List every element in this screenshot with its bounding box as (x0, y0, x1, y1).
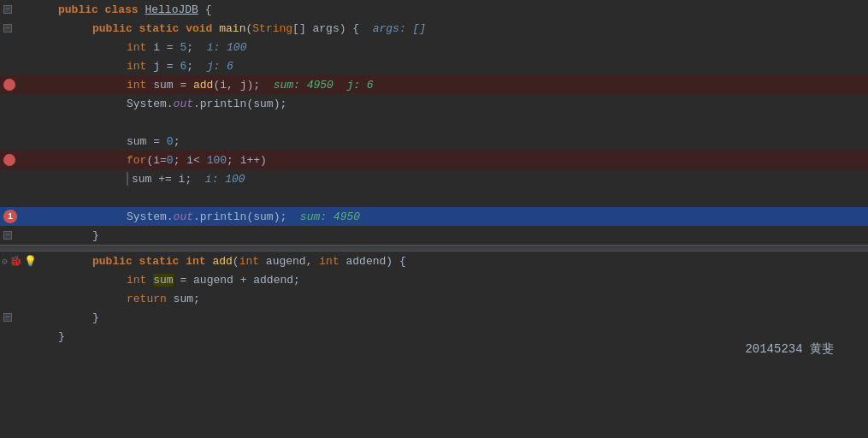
scope-bar (127, 172, 128, 186)
code-editor: − public class HelloJDB { − public stati… (0, 0, 868, 438)
gutter-1: − (0, 0, 51, 19)
code-line-7 (0, 113, 868, 132)
fold-icon-add[interactable]: − (3, 313, 12, 322)
gutter-11 (0, 188, 51, 207)
code-content-8: sum = 0; (51, 132, 868, 151)
gutter-13: − (0, 226, 51, 245)
code-line-method: ⚙ 🐞 💡 public static int add(int augend, … (0, 252, 868, 270)
gutter-6 (0, 94, 51, 113)
code-content-2: public static void main(String[] args) {… (51, 19, 868, 38)
fold-toggle-1[interactable]: − (3, 5, 12, 14)
breakpoint-icon-9[interactable] (3, 154, 15, 166)
gutter-8 (0, 132, 51, 151)
watermark: 20145234 黄斐 (745, 341, 834, 357)
class-name: HelloJDB (145, 3, 198, 16)
gutter-5 (0, 75, 51, 94)
code-content-7 (51, 113, 868, 132)
code-content-9: for(i=0; i< 100; i++) (51, 151, 868, 169)
gutter-10 (0, 169, 51, 188)
code-content-1: public class HelloJDB { (51, 0, 868, 19)
code-line-11 (0, 188, 868, 207)
code-line-sum-method: int sum = augend + addend; (0, 270, 868, 289)
code-line-13: − } (0, 226, 868, 245)
debug-j: j: 6 (207, 60, 233, 73)
code-content-12: System.out.println(sum); sum: 4950 (51, 207, 868, 226)
gutter-12: 1 (0, 207, 51, 226)
fold-icon-13[interactable]: − (3, 231, 12, 240)
code-line-2: − public static void main(String[] args)… (0, 19, 868, 38)
code-line-close-class: } (0, 327, 868, 346)
code-line-1: − public class HelloJDB { (0, 0, 868, 19)
code-line-close-add: − } (0, 308, 868, 327)
breakpoint-icon-5[interactable] (3, 79, 15, 91)
code-line-3: int i = 5; i: 100 (0, 38, 868, 56)
code-content-return: return sum; (51, 289, 868, 308)
code-line-6: System.out.println(sum); (0, 94, 868, 113)
code-line-8: sum = 0; (0, 132, 868, 151)
breakpoint-12[interactable]: 1 (3, 210, 17, 223)
bulb-icon[interactable]: 💡 (24, 255, 37, 268)
code-line-4: int j = 6; j: 6 (0, 56, 868, 75)
gutter-close-add: − (0, 308, 51, 327)
breakpoint-5[interactable] (3, 79, 15, 91)
gutter-close-class (0, 327, 51, 346)
debug-args: args: [] (373, 22, 426, 35)
breakpoint-9[interactable] (3, 154, 15, 166)
debug-i: i: 100 (207, 41, 247, 54)
fold-icon-1[interactable]: − (3, 5, 12, 14)
code-content-11 (51, 188, 868, 207)
method-icons: ⚙ 🐞 💡 (2, 255, 37, 268)
code-line-5: int sum = add(i, j); sum: 4950 j: 6 (0, 75, 868, 94)
method-main: main (219, 22, 245, 35)
debug-i-100: i: 100 (205, 173, 245, 186)
fold-toggle-2[interactable]: − (3, 24, 12, 33)
keyword-public-class: public class (58, 3, 139, 16)
gear-icon: ⚙ (2, 256, 8, 267)
code-content-13: } (51, 226, 868, 245)
breakpoint-icon-12[interactable]: 1 (3, 210, 17, 223)
keyword-main: public static void (92, 22, 212, 35)
gutter-9 (0, 151, 51, 169)
code-content-10: sum += i; i: 100 (51, 169, 868, 188)
gutter-3 (0, 38, 51, 56)
gutter-7 (0, 113, 51, 132)
debug-sum-4950: sum: 4950 (300, 210, 360, 223)
code-line-return: return sum; (0, 289, 868, 308)
code-line-10: sum += i; i: 100 (0, 169, 868, 188)
code-content-sum-method: int sum = augend + addend; (51, 270, 868, 289)
code-content-6: System.out.println(sum); (51, 94, 868, 113)
section-divider (0, 245, 868, 252)
code-content-method: public static int add(int augend, int ad… (51, 252, 868, 270)
code-content-close-add: } (51, 308, 868, 327)
gutter-return (0, 289, 51, 308)
gutter-sum-method (0, 270, 51, 289)
gutter-method: ⚙ 🐞 💡 (0, 252, 51, 270)
fold-toggle-13[interactable]: − (3, 231, 12, 240)
code-content-5: int sum = add(i, j); sum: 4950 j: 6 (51, 75, 868, 94)
fold-toggle-add[interactable]: − (3, 313, 12, 322)
gutter-2: − (0, 19, 51, 38)
code-line-12: 1 System.out.println(sum); sum: 4950 (0, 207, 868, 226)
code-line-9: for(i=0; i< 100; i++) (0, 151, 868, 169)
debug-sum-j: sum: 4950 j: 6 (274, 79, 374, 92)
bug-icon: 🐞 (9, 255, 22, 268)
code-content-3: int i = 5; i: 100 (51, 38, 868, 56)
fold-icon-2[interactable]: − (3, 24, 12, 33)
code-content-4: int j = 6; j: 6 (51, 56, 868, 75)
highlight-sum: sum (153, 274, 173, 287)
gutter-4 (0, 56, 51, 75)
